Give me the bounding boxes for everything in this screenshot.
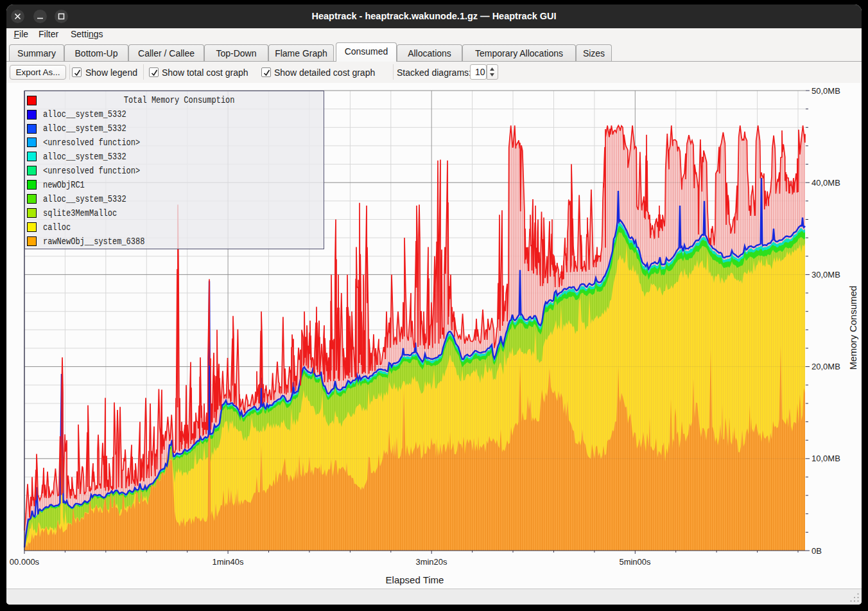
svg-text:5min00s: 5min00s — [619, 557, 651, 567]
svg-text:3min20s: 3min20s — [415, 557, 447, 567]
svg-text:00.000s: 00.000s — [10, 557, 40, 567]
svg-text:Memory Consumed: Memory Consumed — [847, 286, 858, 370]
svg-text:40,0MB: 40,0MB — [812, 178, 840, 188]
svg-text:20,0MB: 20,0MB — [812, 362, 840, 371]
svg-text:1min40s: 1min40s — [212, 557, 244, 567]
svg-text:0B: 0B — [812, 546, 822, 556]
svg-text:50,0MB: 50,0MB — [812, 86, 840, 96]
svg-text:30,0MB: 30,0MB — [812, 270, 840, 279]
svg-text:10,0MB: 10,0MB — [812, 454, 840, 463]
svg-text:Elapsed Time: Elapsed Time — [386, 574, 444, 585]
